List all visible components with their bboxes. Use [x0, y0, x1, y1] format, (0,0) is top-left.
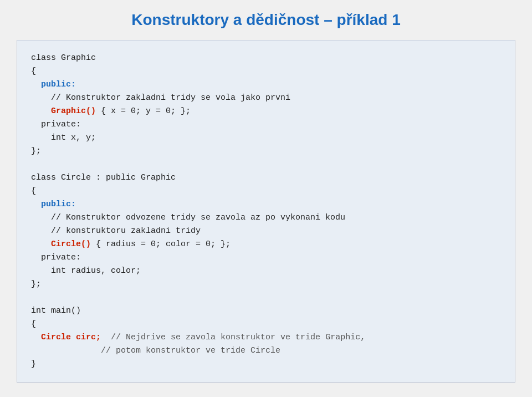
- circle-public: public:: [31, 198, 501, 211]
- graphic-int: int x, y;: [31, 131, 501, 145]
- main-comment2-line: // potom konstruktor ve tride Circle: [31, 344, 501, 358]
- circle-constructor: Circle() { radius = 0; color = 0; };: [31, 238, 501, 251]
- graphic-comment: // Konstruktor zakladni tridy se vola ja…: [31, 91, 501, 105]
- blank-line-1: [31, 158, 501, 171]
- main-comment2: // potom konstruktor ve tride Circle: [101, 346, 280, 355]
- circle-constructor-body: { radius = 0; color = 0; };: [91, 240, 231, 249]
- graphic-class-header: class Graphic: [31, 52, 501, 65]
- circle-open-brace: {: [31, 185, 501, 198]
- circle-class-header: class Circle : public Graphic: [31, 171, 501, 185]
- main-circle-circ-line: Circle circ; // Nejdrive se zavola konst…: [31, 331, 501, 344]
- circle-close-brace: };: [31, 278, 501, 291]
- circle-circ-comment: // Nejdrive se zavola konstruktor ve tri…: [111, 333, 365, 342]
- graphic-public: public:: [31, 78, 501, 91]
- graphic-close-brace: };: [31, 145, 501, 158]
- graphic-private: private:: [31, 118, 501, 131]
- circle-circ-name: Circle circ;: [41, 333, 101, 342]
- circle-comment1: // Konstruktor odvozene tridy se zavola …: [31, 211, 501, 225]
- circle-constructor-name: Circle(): [51, 240, 91, 249]
- blank-line-2: [31, 291, 501, 304]
- code-block: class Graphic { public: // Konstruktor z…: [17, 40, 515, 383]
- graphic-constructor-body: { x = 0; y = 0; };: [96, 106, 191, 116]
- main-close-brace: }: [31, 358, 501, 371]
- page-title: Konstruktory a dědičnost – příklad 1: [17, 11, 515, 29]
- main-header: int main(): [31, 304, 501, 318]
- graphic-constructor-name: Graphic(): [51, 106, 96, 116]
- main-open-brace: {: [31, 318, 501, 331]
- graphic-constructor: Graphic() { x = 0; y = 0; };: [31, 105, 501, 118]
- graphic-open-brace: {: [31, 65, 501, 78]
- circle-int: int radius, color;: [31, 264, 501, 278]
- circle-comment2: // konstruktoru zakladni tridy: [31, 225, 501, 238]
- circle-private: private:: [31, 251, 501, 264]
